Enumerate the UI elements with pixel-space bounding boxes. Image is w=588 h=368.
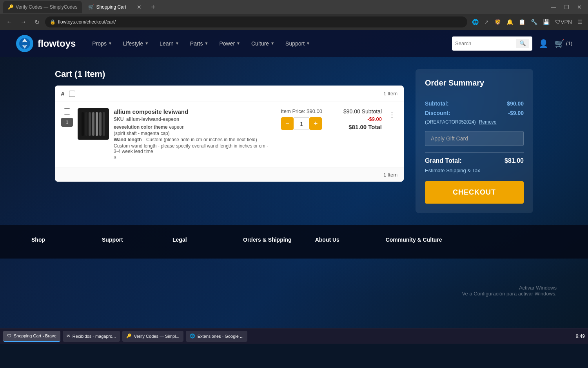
nav-culture-arrow: ▼ [270,41,274,46]
taskbar-ext-label: Extensiones - Google ... [198,334,243,339]
vpn-icon[interactable]: 🛡VPN [554,17,573,27]
nav-parts[interactable]: Parts ▼ [185,37,213,50]
select-all-checkbox[interactable] [69,91,75,97]
estimate-shipping-link[interactable]: Estimate Shipping & Tax [425,168,524,173]
logo-icon [16,35,34,53]
qty-decrease-button[interactable]: − [281,117,294,130]
extension3-icon[interactable]: 📋 [517,17,527,27]
translate-icon[interactable]: 🌐 [470,17,480,27]
search-button[interactable]: 🔍 [516,39,529,48]
page-background: flowtoys Props ▼ Lifestyle ▼ Learn ▼ Par… [0,30,588,328]
maximize-button[interactable]: ❐ [561,2,572,12]
grand-total-row: Grand Total: $81.00 [425,157,524,164]
extension2-icon[interactable]: 🔔 [505,17,515,27]
gift-card-input[interactable] [425,131,524,146]
nav-power[interactable]: Power ▼ [214,37,245,50]
nav-props[interactable]: Props ▼ [87,37,116,50]
search-bar[interactable]: 🔍 [452,36,532,51]
close-window-button[interactable]: ✕ [574,2,585,12]
forward-button[interactable]: → [18,17,29,27]
menu-icon[interactable]: ☰ [576,17,584,27]
cart-title: Cart (1 Item) [55,69,404,79]
nav-support-label: Support [285,40,305,47]
address-bar[interactable]: 🔒 flowtoys.com/checkout/cart/ [45,16,467,27]
taskbar-verify-codes[interactable]: 🔑 Verify Codes — Simpl... [122,331,183,342]
subtotal-row: Subtotal: $90.00 [425,100,524,107]
minimize-button[interactable]: — [548,2,559,12]
new-tab-button[interactable]: + [148,3,158,11]
nav-support[interactable]: Support ▼ [281,37,315,50]
nav-power-arrow: ▼ [236,41,240,46]
tab-close-icon[interactable]: ✕ [137,4,142,10]
footer-col-community: Community & Culture [386,237,442,247]
browser-chrome: 🔑 Verify Codes — SimplyCodes 🛒 Shopping … [0,0,588,30]
item-checkbox[interactable] [64,108,70,115]
checkout-button[interactable]: CHECKOUT [425,181,524,204]
extension5-icon[interactable]: 💾 [541,17,551,27]
nav-culture[interactable]: Culture ▼ [247,37,279,50]
extension1-icon[interactable]: 🦁 [493,17,503,27]
nav-lifestyle-arrow: ▼ [145,41,149,46]
footer-bar: Shop Support Legal Orders & Shipping Abo… [0,225,588,259]
grand-total-divider [425,152,524,153]
header-icons: 👤 🛒 (1) [539,39,572,48]
item-custom-attr: Custom wand length - please specify over… [114,143,269,154]
logo-text: flowtoys [38,38,76,49]
order-summary: Order Summary Subtotal: $90.00 Discount:… [416,69,533,213]
search-input[interactable] [455,40,514,46]
item-image [78,108,109,140]
cart-count: (1) [566,40,572,46]
tab-shopping-cart[interactable]: 🛒 Shopping Cart ✕ [83,1,146,13]
cart-header-row: # 1 Item [55,86,404,102]
item-sku: SKU allium-leviwand-espeon [114,117,269,122]
cart-item-row: 1 [55,102,404,168]
taskbar-shopping-cart[interactable]: 🛡 Shopping Cart - Brave [3,331,60,342]
taskbar-cart-icon: 🛡 [7,333,11,338]
item-details: allium composite leviwand SKU allium-lev… [114,108,269,161]
sku-value: allium-leviwand-espeon [126,117,179,122]
discount-label: Discount: [425,110,450,116]
remove-discount-link[interactable]: Remove [479,119,497,125]
nav-culture-label: Culture [251,40,269,47]
logo-area[interactable]: flowtoys [16,35,76,53]
nav-lifestyle[interactable]: Lifestyle ▼ [118,37,153,50]
cart-item-count-top: 1 Item [383,91,397,97]
nav-support-arrow: ▼ [306,41,310,46]
taskbar-recibidos[interactable]: ✉ Recibidos - magapro... [63,331,120,342]
nav-learn[interactable]: Learn ▼ [155,37,184,50]
taskbar-verify-label: Verify Codes — Simpl... [134,334,180,339]
item-color-attr: eeveelution color theme espeon [114,124,269,130]
cart-icon-wrapper[interactable]: 🛒 (1) [555,39,572,48]
taskbar-cart-label: Shopping Cart - Brave [14,333,56,338]
account-icon[interactable]: 👤 [539,39,548,48]
item-total-section: $90.00 Subtotal -$9.00 $81.00 Total [335,108,382,130]
discount-code: (DREXFACTOR052024) [425,119,476,125]
taskbar-extensiones[interactable]: 🌐 Extensiones - Google ... [186,331,247,342]
wand-label: Wand length [114,137,142,142]
share-icon[interactable]: ↗ [483,17,490,27]
nav-learn-label: Learn [160,40,174,47]
item-custom-value: 3 [114,155,269,160]
extension4-icon[interactable]: 🔧 [529,17,539,27]
footer-legal-label: Legal [172,237,220,243]
tab-verify-codes[interactable]: 🔑 Verify Codes — SimplyCodes [3,1,82,13]
footer-community-label: Community & Culture [386,237,442,243]
qty-increase-button[interactable]: + [309,117,322,130]
nav-parts-label: Parts [190,40,203,47]
taskbar-ext-icon: 🌐 [190,333,195,339]
taskbar-recibidos-icon: ✉ [67,333,70,339]
cart-icon: 🛒 [555,39,564,48]
custom-label: Custom wand length - please specify over… [114,143,269,154]
browser-titlebar: 🔑 Verify Codes — SimplyCodes 🛒 Shopping … [0,0,588,14]
main-content: Cart (1 Item) # 1 Item 1 [24,57,564,225]
refresh-button[interactable]: ↻ [32,17,42,27]
browser-controls: ← → ↻ 🔒 flowtoys.com/checkout/cart/ 🌐 ↗ … [0,14,588,30]
sku-label: SKU [114,117,123,122]
back-button[interactable]: ← [4,17,15,27]
cart-section: Cart (1 Item) # 1 Item 1 [55,69,404,213]
item-subtotal-price: $90.00 Subtotal [343,108,382,115]
item-menu-button[interactable]: ⋮ [387,108,397,121]
footer-col-support: Support [102,237,149,247]
item-number-col: 1 [61,108,73,127]
item-color-sub: (spirit shaft - magenta cap) [114,131,269,136]
